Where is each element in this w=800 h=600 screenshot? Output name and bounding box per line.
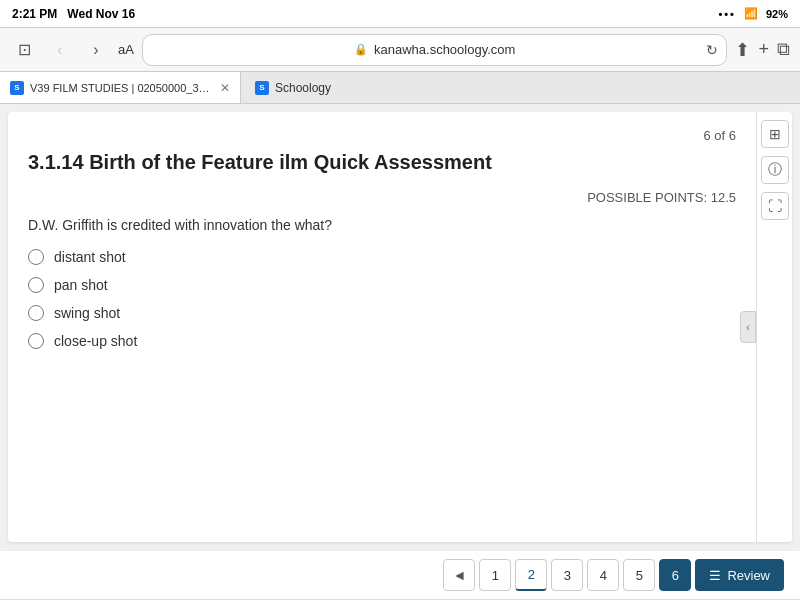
sidebar-toggle-button[interactable]: ⊡ xyxy=(10,36,38,64)
option-label-2: pan shot xyxy=(54,277,108,293)
page-btn-2[interactable]: 2 xyxy=(515,559,547,591)
dots-menu: ••• xyxy=(718,8,736,20)
lock-icon: 🔒 xyxy=(354,43,368,56)
back-button[interactable]: ‹ xyxy=(46,36,74,64)
browser-chrome: ⊡ ‹ › aA 🔒 kanawha.schoology.com ↻ ⬆ + ⧉ xyxy=(0,28,800,72)
time: 2:21 PM xyxy=(12,7,57,21)
new-tab-button[interactable]: + xyxy=(758,39,769,60)
share-button[interactable]: ⬆ xyxy=(735,39,750,61)
tab-close-active[interactable]: ✕ xyxy=(220,81,230,95)
grid-tool-button[interactable]: ⊞ xyxy=(761,120,789,148)
right-tools: ⊞ ⓘ ⛶ xyxy=(756,112,792,542)
possible-points: POSSIBLE POINTS: 12.5 xyxy=(28,190,736,205)
tabs-overview-button[interactable]: ⧉ xyxy=(777,39,790,60)
answer-option-1[interactable]: distant shot xyxy=(28,249,736,265)
option-label-1: distant shot xyxy=(54,249,126,265)
review-icon: ☰ xyxy=(709,568,721,583)
forward-button[interactable]: › xyxy=(82,36,110,64)
url-text: kanawha.schoology.com xyxy=(374,42,515,57)
browser-tabs: S V39 FILM STUDIES | 02050000_3819_02050… xyxy=(0,72,800,104)
page-btn-1[interactable]: 1 xyxy=(479,559,511,591)
question-text: D.W. Griffith is credited with innovatio… xyxy=(28,217,736,233)
radio-1[interactable] xyxy=(28,249,44,265)
answer-option-2[interactable]: pan shot xyxy=(28,277,736,293)
page-btn-5[interactable]: 5 xyxy=(623,559,655,591)
expand-tool-button[interactable]: ⛶ xyxy=(761,192,789,220)
wifi-icon: 📶 xyxy=(744,7,758,20)
status-bar: 2:21 PM Wed Nov 16 ••• 📶 92% xyxy=(0,0,800,28)
assessment-title: 3.1.14 Birth of the Feature ilm Quick As… xyxy=(28,151,736,174)
answer-option-3[interactable]: swing shot xyxy=(28,305,736,321)
tab-label-2: Schoology xyxy=(275,81,331,95)
radio-3[interactable] xyxy=(28,305,44,321)
review-button[interactable]: ☰ Review xyxy=(695,559,784,591)
answer-option-4[interactable]: close-up shot xyxy=(28,333,736,349)
radio-4[interactable] xyxy=(28,333,44,349)
content-body: 6 of 6 3.1.14 Birth of the Feature ilm Q… xyxy=(8,112,756,542)
collapse-handle[interactable]: ‹ xyxy=(740,311,756,343)
main-content: 6 of 6 3.1.14 Birth of the Feature ilm Q… xyxy=(8,112,792,542)
battery: 92% xyxy=(766,8,788,20)
option-label-3: swing shot xyxy=(54,305,120,321)
page-btn-6[interactable]: 6 xyxy=(659,559,691,591)
tab-favicon-active: S xyxy=(10,81,24,95)
tab-schoology-active[interactable]: S V39 FILM STUDIES | 02050000_3819_02050… xyxy=(0,72,241,103)
text-size-button[interactable]: aA xyxy=(118,42,134,57)
page-counter: 6 of 6 xyxy=(28,128,736,143)
day: Wed Nov 16 xyxy=(67,7,135,21)
option-label-4: close-up shot xyxy=(54,333,137,349)
review-label: Review xyxy=(727,568,770,583)
address-bar: 🔒 kanawha.schoology.com ↻ xyxy=(142,34,728,66)
radio-2[interactable] xyxy=(28,277,44,293)
refresh-button[interactable]: ↻ xyxy=(706,42,718,58)
tab-schoology-2[interactable]: S Schoology xyxy=(241,72,345,103)
browser-actions: ⬆ + ⧉ xyxy=(735,39,790,61)
prev-page-button[interactable]: ◄ xyxy=(443,559,475,591)
page-btn-3[interactable]: 3 xyxy=(551,559,583,591)
tab-favicon-2: S xyxy=(255,81,269,95)
pagination-bar: ◄ 1 2 3 4 5 6 ☰ Review xyxy=(0,550,800,599)
tab-label-active: V39 FILM STUDIES | 02050000_3819_0205000… xyxy=(30,82,210,94)
page-btn-4[interactable]: 4 xyxy=(587,559,619,591)
info-tool-button[interactable]: ⓘ xyxy=(761,156,789,184)
